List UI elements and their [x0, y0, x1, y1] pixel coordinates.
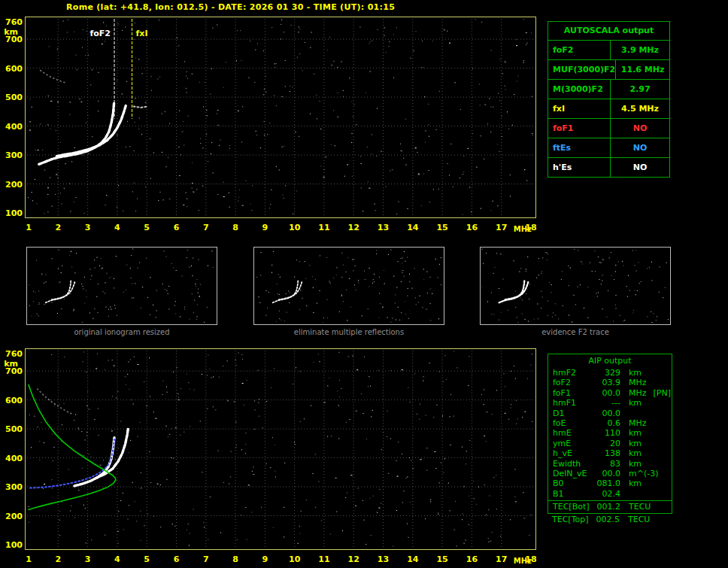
aip-row-value: 83 — [595, 459, 620, 469]
y-axis-tick-label: 760 — [0, 17, 23, 27]
x-axis-tick-label: 14 — [405, 554, 420, 564]
x-axis-tick-label: 17 — [494, 554, 509, 564]
x-axis-tick-label: 15 — [435, 554, 450, 564]
autoscala-app-window: Rome (lat: +41.8, lon: 012.5) - DATE: 20… — [0, 0, 728, 568]
aip-row: h_vE138km — [548, 448, 672, 458]
x-axis-tick-label: 10 — [287, 554, 302, 564]
x-axis-tick-label: 2 — [50, 223, 65, 232]
x-axis-tick-label: 3 — [80, 554, 96, 564]
autoscala-row-value: NO — [610, 158, 669, 177]
autoscala-row: fxI4.5 MHz — [548, 99, 669, 118]
aip-row-label: ymE — [553, 439, 595, 448]
x-axis-tick-label: 7 — [199, 223, 214, 232]
autoscala-row: foF23.9 MHz — [548, 40, 669, 59]
y-axis-tick-label: 700 — [0, 35, 23, 44]
autoscala-row-value: 4.5 MHz — [610, 99, 669, 118]
autoscala-row: h'EsNO — [548, 157, 669, 177]
autoscala-row-value: 3.9 MHz — [610, 41, 669, 59]
aip-row: Ewidth83km — [548, 459, 672, 469]
aip-row-unit: MHz — [629, 388, 647, 398]
aip-panel-title: AIP output — [548, 354, 672, 368]
aip-row-label: TEC[Top] — [552, 515, 594, 524]
aip-row-label: foF2 — [553, 378, 595, 387]
x-axis-tick-label: 17 — [494, 223, 509, 232]
aip-row-extra: [PN] — [654, 388, 671, 398]
y-axis-tick-label: 500 — [0, 424, 23, 434]
thumbnail-caption: evidence F2 trace — [480, 328, 671, 336]
x-axis-tick-label: 10 — [287, 223, 302, 232]
aip-row-unit: TECU — [629, 502, 651, 512]
autoscala-row: M(3000)F22.97 — [548, 79, 669, 99]
aip-row-label: B0 — [553, 478, 595, 488]
autoscala-row-value: NO — [610, 138, 669, 157]
x-axis-tick-label: 12 — [346, 554, 361, 564]
x-axis-tick-label: 13 — [376, 554, 391, 564]
station-date-header: Rome (lat: +41.8, lon: 012.5) - DATE: 20… — [66, 2, 395, 12]
y-axis-tick-label: 400 — [0, 122, 23, 132]
aip-row-value: 001.2 — [595, 502, 620, 512]
aip-row: hmF1---km — [548, 398, 672, 408]
x-axis-tick-label: 15 — [435, 223, 450, 232]
autoscala-row-label: M(3000)F2 — [548, 80, 610, 99]
y-axis-tick-label: 300 — [0, 150, 23, 160]
aip-row-label: foE — [553, 418, 595, 428]
aip-row-unit: MHz — [629, 378, 647, 387]
aip-row-value: 00.0 — [595, 409, 620, 418]
y-axis-tick-label: 500 — [0, 93, 23, 102]
x-axis-tick-label: 6 — [168, 554, 184, 564]
thumbnail-panel — [253, 247, 444, 325]
fxI-marker-label: fxI — [136, 29, 148, 38]
aip-row: B0081.0km — [548, 478, 672, 488]
x-axis-tick-label: 11 — [317, 554, 332, 564]
aip-row-value: 329 — [595, 368, 620, 378]
x-axis-tick-label: 12 — [346, 223, 361, 232]
aip-row-value: 00.0 — [595, 388, 620, 398]
aip-row-unit: km — [629, 428, 642, 438]
autoscala-row-value: 11.6 MHz — [615, 60, 669, 79]
x-axis-tick-label: 9 — [257, 223, 272, 232]
thumbnail-canvas — [481, 248, 670, 324]
foF2-marker-label: foF2 — [89, 29, 111, 38]
aip-row: ymE20km — [548, 439, 672, 448]
aip-row-unit: m^(-3) — [629, 469, 658, 478]
aip-row-value: 00.0 — [595, 469, 620, 478]
thumbnail-canvas — [254, 248, 444, 324]
autoscala-row-label: foF1 — [548, 119, 610, 138]
aip-row-unit: km — [629, 398, 642, 408]
aip-separator — [548, 500, 672, 501]
aip-row-value: 20 — [595, 439, 620, 448]
aip-row-tec-bot: TEC[Bot]001.2TECU — [548, 502, 672, 512]
y-axis-tick-label: 100 — [0, 208, 23, 218]
autoscala-row: foF1NO — [548, 118, 669, 138]
autoscala-row-label: MUF(3000)F2 — [548, 60, 615, 79]
aip-output-panel: AIP output hmF2329kmfoF203.9MHzfoF100.0M… — [548, 354, 672, 514]
aip-row-unit: km — [629, 478, 642, 488]
aip-rows: hmF2329kmfoF203.9MHzfoF100.0MHz[PN]hmF1-… — [548, 368, 672, 512]
y-axis-tick-label: 300 — [0, 482, 23, 492]
y-axis-tick-label: 700 — [0, 366, 23, 376]
aip-row-unit: km — [629, 448, 642, 458]
x-axis-tick-label: 8 — [228, 554, 243, 564]
aip-row: DelN_vE00.0m^(-3) — [548, 469, 672, 478]
x-axis-unit-label: MHz — [514, 557, 532, 565]
aip-row-label: hmF2 — [553, 368, 595, 378]
aip-row-label: hmE — [553, 428, 595, 438]
aip-tec-top-row-holder: TEC[Top]002.5TECU — [548, 515, 672, 524]
x-axis-tick-label: 2 — [50, 554, 65, 564]
autoscala-rows: foF23.9 MHzMUF(3000)F211.6 MHzM(3000)F22… — [548, 40, 669, 177]
y-axis-tick-label: 600 — [0, 64, 23, 74]
x-axis-tick-label: 4 — [110, 223, 125, 232]
aip-row-label: hmF1 — [553, 398, 595, 408]
aip-row-value: --- — [595, 398, 620, 408]
x-axis-tick-label: 5 — [139, 223, 154, 232]
aip-row-label: TEC[Bot] — [553, 502, 595, 512]
thumbnail-caption: original ionogram resized — [26, 328, 217, 336]
aip-row-value: 03.9 — [595, 378, 620, 387]
aip-row: hmF2329km — [548, 368, 672, 378]
y-axis-tick-label: 200 — [0, 180, 23, 190]
x-axis-tick-label: 1 — [21, 554, 36, 564]
aip-row: foF100.0MHz[PN] — [548, 388, 672, 398]
x-axis-unit-label: MHz — [514, 225, 532, 233]
aip-row-unit: km — [629, 368, 642, 378]
aip-row: foF203.9MHz — [548, 378, 672, 387]
